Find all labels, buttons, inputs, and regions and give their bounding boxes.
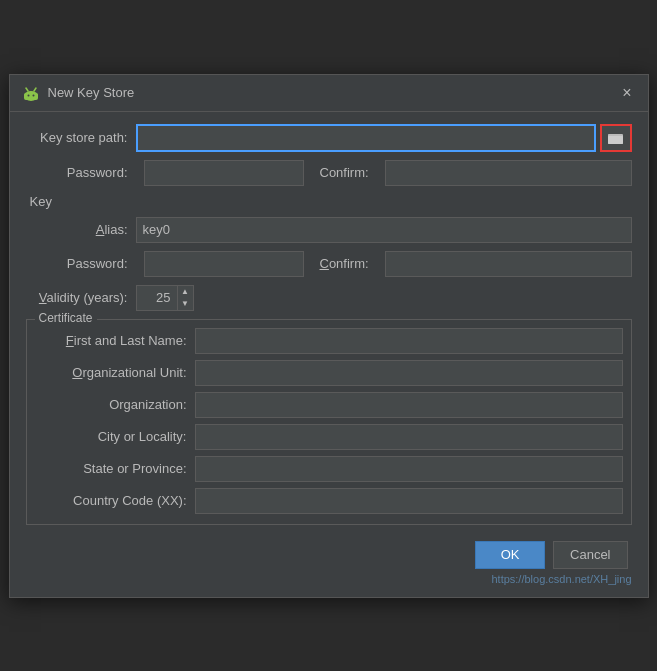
spinner-down-button[interactable]: ▼ — [177, 298, 193, 310]
key-password-input[interactable] — [144, 251, 304, 277]
keystore-path-label: Key store path: — [26, 130, 136, 145]
country-label: Country Code (XX): — [35, 493, 195, 508]
watermark: https://blog.csdn.net/XH_jing — [26, 573, 632, 585]
new-key-store-dialog: New Key Store × Key store path: Password — [9, 74, 649, 598]
title-bar: New Key Store × — [10, 75, 648, 112]
org-label: Organization: — [35, 397, 195, 412]
key-password-row: Password: Confirm: — [26, 251, 632, 277]
keystore-path-input-wrap — [136, 124, 632, 152]
folder-icon — [608, 131, 624, 145]
top-confirm-input[interactable] — [385, 160, 632, 186]
alias-row: Alias: — [26, 217, 632, 243]
ok-button[interactable]: OK — [475, 541, 545, 569]
city-row: City or Locality: — [35, 424, 623, 450]
country-input[interactable] — [195, 488, 623, 514]
svg-rect-1 — [24, 93, 38, 100]
cancel-button[interactable]: Cancel — [553, 541, 627, 569]
spinner-buttons: ▲ ▼ — [177, 286, 193, 310]
country-row: Country Code (XX): — [35, 488, 623, 514]
org-unit-row: Organizational Unit: — [35, 360, 623, 386]
first-last-name-label: First and Last Name: — [35, 333, 195, 348]
validity-input-wrap: ▲ ▼ — [136, 285, 194, 311]
first-last-name-input[interactable] — [195, 328, 623, 354]
org-input[interactable] — [195, 392, 623, 418]
top-password-input[interactable] — [144, 160, 304, 186]
title-bar-left: New Key Store — [22, 84, 135, 102]
close-button[interactable]: × — [618, 83, 635, 103]
keystore-path-input[interactable] — [136, 124, 596, 152]
validity-label: Validity (years): — [38, 290, 136, 305]
top-password-row: Password: Confirm: — [26, 160, 632, 186]
validity-input[interactable] — [137, 286, 177, 310]
key-password-label: Password: — [38, 256, 136, 271]
svg-line-5 — [34, 88, 36, 91]
validity-row: Validity (years): ▲ ▼ — [26, 285, 632, 311]
dialog-body: Key store path: Password: Confirm: — [10, 112, 648, 597]
key-section-title: Key — [30, 194, 632, 209]
certificate-section: Certificate First and Last Name: Organiz… — [26, 319, 632, 525]
svg-line-4 — [26, 88, 28, 91]
keystore-path-row: Key store path: — [26, 124, 632, 152]
key-section: Key Alias: Password: Confirm: Validity (… — [26, 194, 632, 311]
alias-input[interactable] — [136, 217, 632, 243]
city-input[interactable] — [195, 424, 623, 450]
browse-button[interactable] — [600, 124, 632, 152]
state-row: State or Province: — [35, 456, 623, 482]
top-password-label: Password: — [26, 165, 136, 180]
dialog-title: New Key Store — [48, 85, 135, 100]
first-last-name-row: First and Last Name: — [35, 328, 623, 354]
state-input[interactable] — [195, 456, 623, 482]
city-label: City or Locality: — [35, 429, 195, 444]
svg-point-2 — [27, 94, 29, 96]
key-confirm-input[interactable] — [385, 251, 632, 277]
spinner-up-button[interactable]: ▲ — [177, 286, 193, 298]
button-row: OK Cancel — [26, 535, 632, 571]
top-confirm-label: Confirm: — [312, 165, 377, 180]
android-icon — [22, 84, 40, 102]
state-label: State or Province: — [35, 461, 195, 476]
svg-point-3 — [32, 94, 34, 96]
key-confirm-label: Confirm: — [312, 256, 377, 271]
org-unit-label: Organizational Unit: — [35, 365, 195, 380]
certificate-legend: Certificate — [35, 311, 97, 325]
org-unit-input[interactable] — [195, 360, 623, 386]
org-row: Organization: — [35, 392, 623, 418]
svg-rect-7 — [608, 136, 623, 144]
alias-label: Alias: — [38, 222, 136, 237]
